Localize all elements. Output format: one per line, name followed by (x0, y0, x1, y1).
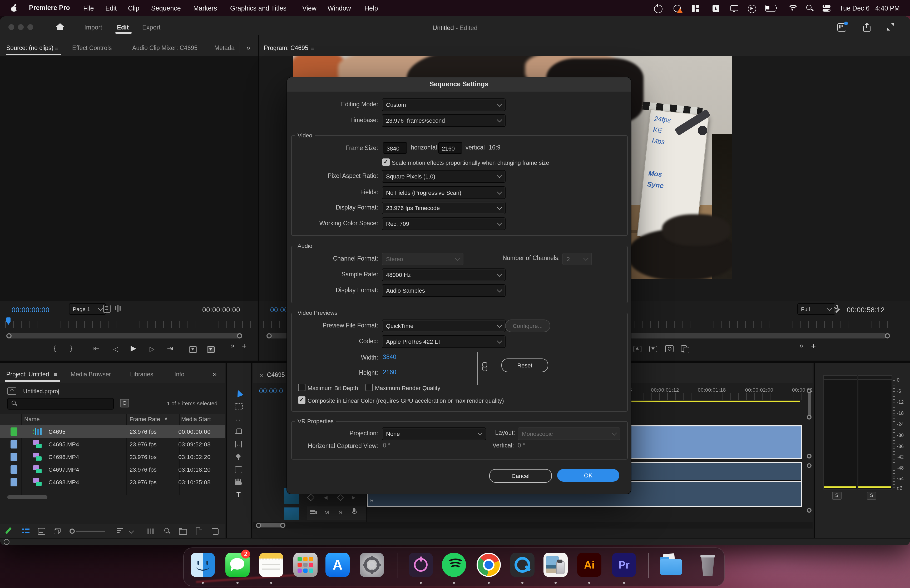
clip-color-chip[interactable] (11, 440, 18, 449)
menu-markers[interactable]: Markers (193, 5, 217, 12)
dock-settings-icon[interactable] (360, 553, 384, 577)
frame-height-field[interactable]: 2160 (438, 142, 462, 154)
icon-view-icon[interactable] (38, 528, 45, 535)
program-zoom-handle-right[interactable] (885, 333, 890, 338)
source-panel-menu-icon[interactable]: ≡ (55, 45, 58, 51)
tab-metadata[interactable]: Metada (214, 45, 236, 51)
vscroll-handle-low[interactable] (807, 508, 811, 513)
dock-premiere-icon[interactable]: Pr (612, 553, 636, 577)
timeline-hscroll-track[interactable] (253, 522, 813, 528)
row-name[interactable]: C4698.MP4 (48, 479, 79, 485)
mark-in-button[interactable]: { (54, 345, 56, 352)
menubar-date[interactable]: Tue Dec 6 (839, 5, 870, 12)
row-name[interactable]: C4695.MP4 (48, 441, 79, 447)
meter-solo-right[interactable]: S (867, 492, 876, 499)
waveform-icon[interactable] (115, 305, 123, 312)
track-select-tool[interactable] (235, 403, 243, 410)
tab-program[interactable]: Program: C4695 (264, 45, 308, 51)
par-select[interactable]: Square Pixels (1.0) (382, 170, 506, 183)
export-frame-button[interactable] (665, 345, 674, 352)
max-render-quality-checkbox[interactable] (365, 384, 373, 391)
reset-button[interactable]: Reset (501, 359, 548, 372)
play-button[interactable]: ▶ (131, 344, 136, 352)
hand-tool[interactable] (235, 479, 242, 485)
type-tool[interactable]: T (236, 491, 241, 499)
composite-linear-checkbox[interactable] (298, 396, 305, 404)
new-bin-icon[interactable] (179, 528, 186, 534)
tab-project[interactable]: Project: Untitled (6, 371, 49, 378)
project-search-input[interactable] (7, 398, 114, 410)
dock-notes-icon[interactable] (259, 553, 283, 577)
program-transport-overflow[interactable]: » (799, 342, 803, 349)
step-forward-button[interactable]: ▷ (150, 345, 154, 353)
column-settings-icon[interactable] (147, 528, 154, 534)
step-back-button[interactable]: ◁ (113, 345, 118, 353)
source-transport-overflow[interactable]: » (231, 342, 234, 349)
program-zoom-select[interactable]: Full (797, 303, 835, 315)
tab-info[interactable]: Info (174, 371, 184, 378)
source-add-button[interactable]: + (242, 343, 247, 350)
dock-spotify-icon[interactable] (442, 553, 466, 577)
sample-rate-select[interactable]: 48000 Hz (382, 268, 506, 281)
timebase-select[interactable]: 23.976 frames/second (382, 114, 506, 127)
traffic-close[interactable] (8, 24, 14, 30)
display-status-icon[interactable] (731, 5, 738, 12)
column-name[interactable]: Name (24, 416, 40, 422)
dock-chrome-icon[interactable] (477, 553, 501, 577)
razor-tool[interactable] (235, 428, 242, 435)
dock-launchpad-icon[interactable] (293, 553, 318, 577)
timeline-tab-close-icon[interactable]: × (260, 372, 263, 379)
link-chain-icon[interactable] (482, 362, 487, 370)
project-up-icon[interactable] (7, 388, 16, 395)
window-manager-icon[interactable] (692, 5, 699, 12)
source-tab-overflow-icon[interactable]: » (246, 44, 250, 52)
zoom-slider-handle[interactable] (70, 528, 75, 534)
tab-media-browser[interactable]: Media Browser (71, 371, 111, 378)
project-tab-overflow-icon[interactable]: » (213, 370, 217, 378)
dock-appstore-icon[interactable]: A (325, 553, 350, 577)
menu-clip[interactable]: Clip (128, 5, 139, 12)
vscroll-handle-top[interactable] (807, 388, 811, 393)
ripple-edit-tool[interactable]: ↔ (235, 416, 242, 422)
settings-wrench-icon[interactable] (834, 305, 842, 313)
source-zoom-bar[interactable] (7, 333, 241, 338)
tab-timeline-sequence[interactable]: C4695 (267, 372, 285, 378)
program-timecode-partial[interactable]: 00:00 (270, 306, 286, 314)
clip-color-chip[interactable] (11, 465, 18, 474)
control-center-icon[interactable] (823, 5, 831, 11)
playback-status-icon[interactable] (748, 5, 756, 13)
menu-view[interactable]: View (302, 5, 317, 12)
freeform-view-icon[interactable] (54, 528, 61, 534)
vscroll-handle-mid1[interactable] (807, 454, 811, 459)
creative-cloud-icon[interactable] (4, 539, 10, 545)
vscroll-handle-bottom[interactable] (807, 415, 811, 420)
apple-menu-icon[interactable] (11, 5, 18, 11)
tab-audio-clip-mixer[interactable]: Audio Clip Mixer: C4695 (132, 45, 197, 51)
source-playhead[interactable] (6, 317, 11, 328)
dock-screenshot-app-icon[interactable] (543, 553, 568, 577)
source-timecode-current[interactable]: 00:00:00:00 (11, 306, 50, 314)
fields-select[interactable]: No Fields (Progressive Scan) (382, 186, 506, 199)
prev-keyframe-icon[interactable]: ◀ (324, 495, 328, 500)
power-status-icon[interactable] (654, 5, 663, 13)
meter-solo-left[interactable]: S (832, 492, 842, 499)
display-format-select[interactable]: 23.976 fps Timecode (382, 202, 506, 214)
tab-edit[interactable]: Edit (117, 24, 129, 31)
color-space-select[interactable]: Rec. 709 (382, 217, 506, 230)
film-icon[interactable] (103, 305, 111, 313)
tab-libraries[interactable]: Libraries (130, 371, 153, 378)
codec-select[interactable]: Apple ProRes 422 LT (382, 335, 506, 348)
menu-edit[interactable]: Edit (105, 5, 116, 12)
height-value[interactable]: 2160 (383, 369, 396, 375)
row-name[interactable]: C4697.MP4 (48, 467, 79, 473)
go-to-out-button[interactable]: ⇥ (167, 345, 173, 352)
zoom-slider-track[interactable] (76, 531, 105, 531)
menubar-time[interactable]: 4:40 PM (875, 5, 900, 12)
menu-file[interactable]: File (83, 5, 94, 12)
lift-button[interactable] (634, 346, 642, 352)
preview-format-select[interactable]: QuickTime (382, 320, 506, 332)
ok-button[interactable]: OK (557, 469, 619, 482)
sort-ascending-icon[interactable]: ∧ (164, 416, 168, 421)
dock-messages-icon[interactable]: 2 (225, 553, 250, 577)
dialog-titlebar[interactable]: Sequence Settings (287, 78, 631, 92)
